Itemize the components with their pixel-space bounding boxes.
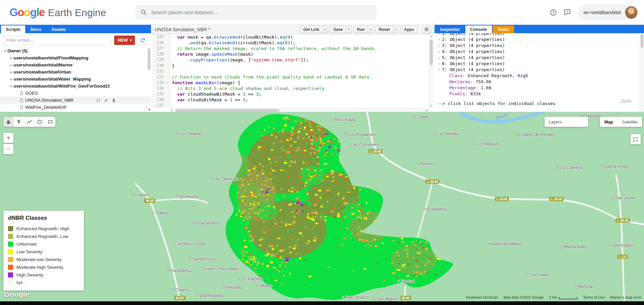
- code-editor[interactable]: 125 var mask = qa.bitwiseAnd(cloudBitMas…: [152, 34, 433, 112]
- tree-item-folder[interactable]: ▸users/noelalbaorbital/Marine: [0, 61, 151, 68]
- keyboard-shortcuts-link[interactable]: Keyboard shortcuts: [466, 295, 498, 299]
- console-property-row: Pixels: 8334: [434, 91, 644, 97]
- tree-item-folder[interactable]: ▸users/noelalbaorbital/FloodMapping: [0, 54, 151, 61]
- share-icon[interactable]: [96, 98, 101, 103]
- scroll-right-icon[interactable]: ▶: [426, 108, 428, 112]
- feedback-icon[interactable]: [563, 8, 571, 16]
- tree-item-folder[interactable]: ▸users/noelalbaorbital/Water_Mapping: [0, 75, 151, 83]
- scripts-panel: ScriptsDocsAssets NEW ▾ ▾Owner (5)▸users…: [0, 25, 151, 112]
- chevron-right-icon: ▸: [436, 37, 442, 43]
- scripts-tab-docs[interactable]: Docs: [26, 26, 46, 33]
- new-script-button[interactable]: NEW ▾: [114, 36, 135, 45]
- save-button[interactable]: Save: [330, 26, 346, 33]
- layers-control[interactable]: Layers: [545, 117, 588, 127]
- get-link-button[interactable]: Get Link: [300, 26, 323, 33]
- console-tab-inspector[interactable]: Inspector: [435, 26, 465, 33]
- line-number: 129: [152, 57, 166, 63]
- code-line: 134 // Bits 3 and 5 are cloud shadow and…: [152, 86, 433, 91]
- code-token: maskL8sr: [195, 80, 217, 85]
- editor-horizontal-scrollbar[interactable]: ◀ ▶: [170, 108, 429, 112]
- legend-label: Enhanced Regrowth, Low: [16, 234, 68, 239]
- save-dropdown-caret[interactable]: ▾: [346, 26, 352, 33]
- scripts-tab-scripts[interactable]: Scripts: [1, 26, 25, 33]
- chevron-right-icon: ▸: [436, 33, 442, 37]
- chevron-right-icon: ▸: [436, 61, 442, 67]
- help-icon[interactable]: ?: [549, 8, 557, 16]
- run-dropdown-caret[interactable]: ▾: [368, 26, 373, 33]
- scripts-scrollbar-thumb[interactable]: [148, 48, 150, 70]
- rectangle-tool-button[interactable]: [45, 117, 55, 127]
- tree-item-label: users/noelalbaorbital/WildFire_GeoForGoo…: [13, 84, 110, 89]
- report-map-error-link[interactable]: Report a map error: [610, 295, 641, 299]
- scroll-up-icon[interactable]: ▲: [429, 34, 433, 38]
- gear-icon: [424, 27, 429, 32]
- tree-item-folder[interactable]: ▾users/noelalbaorbital/WildFire_GeoForGo…: [0, 83, 151, 90]
- tree-item-file[interactable]: WildFire_DetailedGIF: [0, 104, 151, 111]
- tree-item-label: Owner (5): [7, 48, 28, 53]
- legend-item: Low Severity: [8, 248, 79, 256]
- google-logo: Google: [9, 6, 45, 19]
- console-property-row: Class: Enhanced Regrowth, High: [434, 73, 644, 79]
- scroll-down-icon[interactable]: ▼: [429, 104, 433, 108]
- tree-item-file[interactable]: UNOSA Simulation_NBR: [0, 97, 151, 104]
- fullscreen-button[interactable]: [631, 134, 641, 144]
- rename-icon[interactable]: [104, 98, 108, 103]
- pan-tool-button[interactable]: [3, 117, 14, 127]
- avatar[interactable]: [625, 6, 638, 19]
- scroll-left-icon[interactable]: ◀: [171, 108, 172, 112]
- refresh-button[interactable]: [138, 36, 148, 45]
- tree-item-root[interactable]: ▾Owner (5): [0, 47, 151, 54]
- console-tab-console[interactable]: Console: [465, 26, 492, 33]
- console-scrollbar[interactable]: [640, 33, 644, 112]
- tree-item-file[interactable]: GOES: [0, 90, 151, 97]
- console-object-row[interactable]: ▸4: Object (4 properties): [434, 49, 644, 55]
- search-bar[interactable]: [136, 5, 377, 19]
- map-type-satellite-button[interactable]: Satellite: [618, 117, 642, 127]
- point-tool-button[interactable]: [14, 117, 24, 127]
- apps-button[interactable]: Apps: [401, 26, 417, 33]
- delete-icon[interactable]: [111, 98, 116, 103]
- polygon-tool-button[interactable]: [35, 117, 45, 127]
- logo-letter: g: [30, 6, 37, 18]
- console-object-row[interactable]: ▸1: Object (4 properties): [434, 33, 644, 37]
- terms-of-use-link[interactable]: Terms of Use: [583, 295, 605, 299]
- scroll-down-icon[interactable]: ▾: [148, 108, 150, 111]
- map[interactable]: RinconadaEl ValleLos PellinesLos Pequene…: [0, 112, 644, 301]
- code-editor-panel: UNOSA Simulation_NBR * Get Link▾Save▾Run…: [152, 25, 433, 112]
- zoom-in-button[interactable]: +: [3, 133, 13, 143]
- code-text: // Return the masked image, scaled to TO…: [170, 46, 377, 51]
- console-tab-tasks[interactable]: Tasks: [493, 26, 514, 33]
- map-type-map-button[interactable]: Map: [600, 117, 618, 127]
- get-link-dropdown-caret[interactable]: ▾: [323, 26, 328, 33]
- scripts-tab-assets[interactable]: Assets: [47, 26, 71, 33]
- reset-dropdown-caret[interactable]: ▾: [393, 26, 399, 33]
- map-canvas[interactable]: [0, 112, 644, 301]
- account-chip[interactable]: ee-noelalbaorbital: [578, 5, 639, 20]
- zoom-out-button[interactable]: −: [3, 144, 13, 154]
- line-number: 128: [152, 51, 166, 57]
- code-token: 1: [243, 92, 245, 97]
- fold-marker-icon[interactable]: ▾: [166, 80, 170, 86]
- console-scroll-thumb[interactable]: [641, 34, 643, 48]
- filter-scripts-input[interactable]: [3, 36, 111, 45]
- console-object-row[interactable]: ▸6: Object (4 properties): [434, 61, 644, 67]
- code-token: ));: [287, 40, 295, 45]
- editor-vscroll-thumb[interactable]: [430, 40, 433, 65]
- console-object-row[interactable]: ▸2: Object (4 properties): [434, 37, 644, 43]
- reset-button[interactable]: Reset: [375, 26, 393, 33]
- editor-hscroll-thumb[interactable]: [175, 109, 279, 112]
- code-text: [170, 68, 172, 74]
- search-input[interactable]: [151, 9, 372, 15]
- console-object-row[interactable]: ▸5: Object (4 properties): [434, 55, 644, 61]
- dnbr-legend: dNBR Classes Enhanced Regrowth, HighEnha…: [3, 211, 84, 291]
- line-tool-button[interactable]: [24, 117, 35, 127]
- console-object-row[interactable]: ▸3: Object (4 properties): [434, 43, 644, 49]
- editor-vertical-scrollbar[interactable]: ▲ ▼: [429, 34, 433, 108]
- chevron-right-icon: ▸: [9, 78, 13, 81]
- console-object-row[interactable]: ▾7: Object (4 properties): [434, 67, 644, 73]
- tree-item-folder[interactable]: ▸users/noelalbaorbital/Urban: [0, 68, 151, 75]
- code-token: }: [172, 63, 175, 68]
- run-button[interactable]: Run: [354, 26, 368, 33]
- editor-settings-button[interactable]: [422, 26, 431, 33]
- json-toggle[interactable]: JSON: [620, 99, 631, 104]
